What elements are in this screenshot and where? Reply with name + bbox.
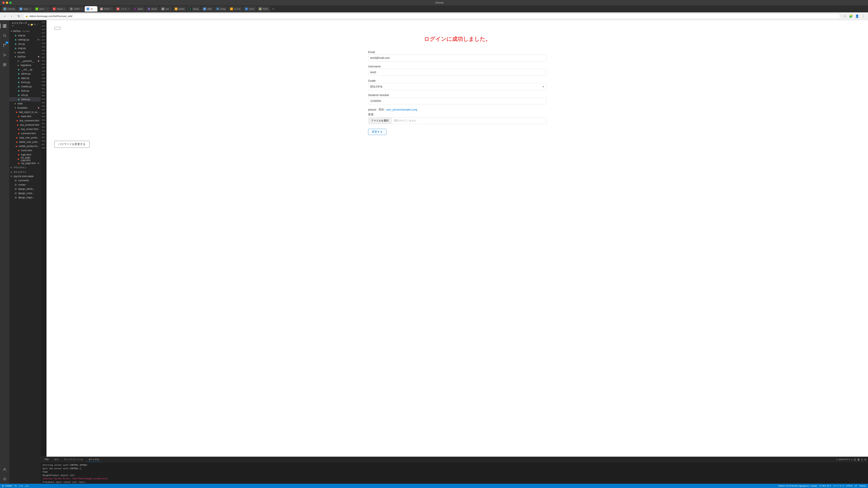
tab-python[interactable]: 🐍 Pytho [257,6,270,11]
sidebar-item-mypage[interactable]: ◆ my_page.html M [9,161,41,165]
sidebar-item-selltext[interactable]: ▾ SellText [9,55,41,59]
git-branch[interactable]: master* [2,485,12,487]
sqlite-table-django-migra[interactable]: ⊞ django_migra... [9,195,41,200]
encoding-info[interactable]: UTF-8 [846,485,852,487]
fullscreen-button[interactable] [9,2,11,4]
tab-mail[interactable]: M メルカ × [115,6,131,11]
change-password-button[interactable]: パスワードを変更する [54,141,90,148]
sqlite-table-comments[interactable]: ⊞ comments [9,178,41,183]
activity-run[interactable] [0,51,9,60]
sidebar-item-base[interactable]: ◆ base.html [9,114,41,119]
terminal-selector[interactable]: 1: python3.8 ▾ [836,458,850,461]
home-button[interactable] [54,27,61,30]
tab-www[interactable]: w www. × [18,6,33,11]
sidebar-item-bad-report[interactable]: ◆ bad_report_to_us... [9,110,41,114]
sidebar-item-models[interactable]: ◆ models.py [9,85,41,89]
tab-may22[interactable]: 📅 5月22 × [98,6,114,11]
tab-type[interactable]: T Type! [243,6,256,11]
sidebar-item-wsgi[interactable]: ◆ wsgi.py [9,46,41,51]
trash-terminal-icon[interactable]: 🗑 [857,458,860,461]
sidebar-item-secrets[interactable]: ▸ secrets [9,51,41,55]
sidebar-item-init[interactable]: ◆ __init__.py [9,67,41,72]
tab-sn[interactable]: S Sn × [85,6,97,11]
spaces-info[interactable]: スペース: 2 [833,485,844,487]
sidebar-item-asgi[interactable]: ◆ asgi.py [9,33,41,38]
panel-tab-problems[interactable]: 問題 [42,457,51,462]
students-number-input[interactable] [368,97,546,104]
file-choose-button[interactable]: ファイルを選択 [368,117,392,124]
tab-qa[interactable]: ? (Q&A) [173,6,187,11]
tab-close-icon[interactable]: × [111,8,112,10]
sidebar-item-buy-comment[interactable]: ◆ buy_comment.html [9,119,41,123]
panel-tab-terminal[interactable]: ターミナル [86,457,101,462]
username-input[interactable] [368,69,546,76]
collapse-icon[interactable]: ⌃ [37,24,38,26]
close-terminal-icon[interactable]: ✕ [864,458,866,461]
minimize-button[interactable] [6,2,8,4]
sidebar-section-sqlite[interactable]: ▾ SQLITE EXPLORER [9,174,41,178]
tab-21051[interactable]: 2 21051 × [68,6,84,11]
tab-qiita[interactable]: Q Qiita｜ × [33,6,50,11]
tab-django[interactable]: D Djang [187,6,200,11]
sidebar-item-delete-user[interactable]: ◆ delete_user_prod... [9,140,41,144]
line-info[interactable]: 行 453, 列 3 [819,485,831,487]
sidebar-item-settings[interactable]: ◆ settings.py M [9,38,41,42]
activity-account[interactable] [0,465,9,474]
sidebar-item-exhibit[interactable]: ◆ exhibit_product.ht... [9,144,41,148]
split-terminal-icon[interactable]: ⊡ [854,458,856,461]
bookmark-icon[interactable]: ☆ [842,13,847,19]
tree-root[interactable]: ▾ OldText cts.html [9,29,41,33]
tab-kaista[interactable]: K カスタ [228,6,242,11]
sidebar-item-comment[interactable]: ◆ comment.html [9,131,41,135]
panel-tab-output[interactable]: 出力 [52,457,61,462]
sidebar-section-outline[interactable]: ▸ アウトライン [9,165,41,170]
picture-link[interactable]: user_picture/sample1.png [386,108,417,111]
new-folder-icon[interactable]: 📁 [30,24,33,26]
close-button[interactable] [2,2,5,4]
email-input[interactable] [368,55,546,61]
grade-select[interactable]: 院生2年生 [368,83,546,90]
tab-chrome[interactable]: 🌐 Chrome [2,6,17,11]
profile-icon[interactable]: 👤 [855,13,860,19]
sidebar-item-urls-selltext[interactable]: ◆ urls.py [9,93,41,97]
tab-close-icon[interactable]: × [94,8,95,10]
panel-tab-debug[interactable]: デバッグコンソール [62,457,86,462]
sidebar-item-urls[interactable]: ◆ urls.py [9,42,41,46]
refresh-icon[interactable]: ↻ [34,24,36,26]
forward-button[interactable]: › [9,13,14,19]
sidebar-section-timeline[interactable]: ▸ タイムライン [9,170,41,174]
add-terminal-icon[interactable]: + [851,458,852,461]
sidebar-header-actions[interactable]: ⊕ 📁 ↻ ⌃ [28,24,38,26]
python-version[interactable]: Python 3.8.10 64-bit ('djangoenv': conda… [778,485,817,487]
sqlite-table-contact[interactable]: ⊞ contact [9,183,41,187]
activity-explorer[interactable] [0,21,9,31]
sidebar-item-tests[interactable]: ◆ tests.py [9,89,41,93]
activity-extensions[interactable] [0,60,9,69]
tab-close-icon[interactable]: × [64,8,65,10]
reload-button[interactable]: ↻ [16,13,21,19]
extension-icon[interactable]: 🧩 [848,13,854,19]
activity-search[interactable] [0,31,9,40]
sidebar-item-copy-user[interactable]: ◆ copy_user_produ... [9,135,41,140]
new-file-icon[interactable]: ⊕ [28,24,30,26]
sidebar-item-buy-screen[interactable]: ◆ buy_screen.html [9,127,41,131]
menu-icon[interactable]: ⋮ [861,13,866,19]
sqlite-table-django-admin[interactable]: ⊞ django_admin... [9,187,41,191]
expand-terminal-icon[interactable]: ∧ [861,458,863,461]
tab-close-icon[interactable]: × [128,8,129,10]
tab-close-icon[interactable]: × [47,8,48,10]
tab-close-icon[interactable]: × [81,8,82,10]
sidebar-item-forms[interactable]: ◆ forms.py [9,80,41,85]
activity-source-control[interactable]: 5K [0,41,9,50]
sidebar-item-home[interactable]: ◆ home.html [9,148,41,153]
tab-bootstrap[interactable]: B Boots [146,6,159,11]
tab-close-icon[interactable]: × [30,8,31,10]
sidebar-item-migrations[interactable]: ▸ migrations [9,63,41,67]
new-tab-button[interactable]: + [271,7,276,11]
address-bar[interactable]: 🔒 oldtext.herokuapp.com/SellText/user_ed… [23,13,840,19]
back-button[interactable]: ‹ [2,13,7,19]
submit-button[interactable]: 変更する [368,129,386,135]
sidebar-item-apps[interactable]: ◆ apps.py [9,76,41,80]
tab-class[interactable]: C Classil × [51,6,67,11]
sidebar-item-views[interactable]: ◆ views.py [9,97,41,101]
